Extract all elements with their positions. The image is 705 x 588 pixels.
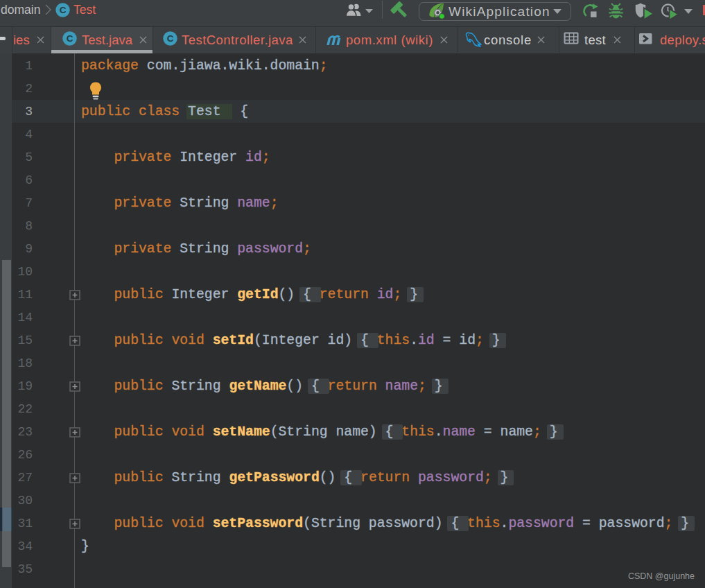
svg-text:C: C	[60, 5, 67, 15]
svg-text:C: C	[67, 33, 73, 44]
svg-text:C: C	[167, 33, 174, 44]
